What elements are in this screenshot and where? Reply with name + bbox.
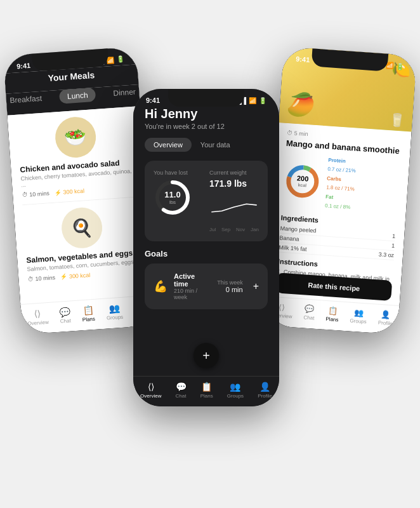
profile-icon-c: 👤 [259, 382, 270, 392]
right-status-icons: ▐▐▐ 📶 🔋 [369, 60, 404, 70]
nutrition-row: 200 kcal Protein 0.7 oz / 21% Carbs 1.8 … [282, 153, 401, 216]
legend-carbs: Carbs 1.8 oz / 71% [326, 174, 355, 194]
tab-breakfast[interactable]: Breakfast [3, 91, 50, 108]
lost-stat: You have lost 11.0 lbs [154, 170, 203, 219]
right-nav-plans[interactable]: 📋 Plans [325, 306, 339, 323]
dashboard-content: Hi Jenny You're in week 2 out of 12 Over… [133, 107, 279, 309]
right-nav-profile[interactable]: 👤 Profile [378, 310, 393, 327]
donut-label: 200 kcal [296, 175, 309, 189]
chat-icon-r: 💬 [305, 305, 315, 314]
center-status-time: 9:41 [146, 97, 160, 104]
profile-icon-r: 👤 [381, 310, 391, 319]
right-nav-groups[interactable]: 👥 Groups [350, 308, 367, 325]
chat-icon-c: 💬 [176, 382, 187, 392]
lost-label: You have lost [154, 170, 203, 176]
dashboard-tabs: Overview Your data [145, 138, 268, 152]
goal-right: This week 0 min [217, 279, 243, 293]
right-phone: 🥭 🍋 🥛 9:41 ▐▐▐ 📶 🔋 ⏱ 5 min Mango and ban… [265, 46, 417, 335]
nav-plans[interactable]: 📋 Plans [81, 305, 95, 323]
groups-icon: 👥 [108, 303, 120, 314]
active-time-icon: 💪 [154, 279, 167, 293]
goals-section: Goals 💪 Active time 210 min / week This … [145, 249, 268, 309]
right-status-time: 9:41 [296, 55, 310, 64]
lost-value: 11.0 [164, 190, 180, 199]
lost-unit: lbs [164, 199, 180, 205]
nav-overview[interactable]: ⟨⟩ Overview [27, 308, 49, 326]
glass-emoji: 🥛 [388, 112, 405, 128]
active-time-card: 💪 Active time 210 min / week This week 0… [145, 264, 268, 309]
overview-icon-c: ⟨⟩ [148, 382, 154, 392]
left-status-icons: ▐▐▐ 📶 🔋 [90, 55, 124, 65]
meal-time-2: ⏱ 10 mins [27, 274, 55, 283]
goals-title: Goals [145, 249, 268, 258]
plans-icon-r: 📋 [327, 306, 338, 316]
tab-your-data[interactable]: Your data [192, 138, 239, 152]
center-nav-overview[interactable]: ⟨⟩ Overview [140, 382, 161, 399]
left-status-time: 9:41 [16, 62, 31, 70]
tab-dinner[interactable]: Dinner [105, 84, 144, 101]
groups-icon-r: 👥 [354, 308, 364, 318]
center-nav-groups[interactable]: 👥 Groups [227, 382, 244, 399]
stats-card: You have lost 11.0 lbs [145, 161, 268, 241]
lightning-icon-2: ⚡ [60, 274, 68, 281]
nav-groups[interactable]: 👥 Groups [105, 303, 123, 321]
legend-protein: Protein 0.7 oz / 21% [327, 156, 357, 177]
chat-icon: 💬 [59, 306, 70, 317]
goal-sub: 210 min / week [174, 288, 211, 300]
smoothie-emoji: 🥭 [285, 90, 316, 119]
center-nav-profile[interactable]: 👤 Profile [258, 382, 272, 399]
fab-button[interactable]: + [194, 343, 219, 368]
center-status-bar: 9:41 ▐▐▐ 📶 🔋 [133, 89, 279, 107]
center-nav-plans[interactable]: 📋 Plans [200, 382, 213, 399]
tab-lunch[interactable]: Lunch [59, 88, 96, 104]
meal-kcal-1: ⚡ 300 kcal [54, 187, 84, 196]
center-status-icons: ▐▐▐ 📶 🔋 [233, 97, 266, 104]
legend-fat: Fat 0.1 oz / 8% [325, 192, 354, 213]
meals-title: Your Meals [48, 70, 95, 83]
chart-labels: Jul Sep Nov Jan [209, 227, 259, 232]
center-phone: 9:41 ▐▐▐ 📶 🔋 Hi Jenny You're in week 2 o… [133, 89, 279, 406]
this-week-val: 0 min [217, 286, 243, 293]
weight-section: Current weight 171.9 lbs Jul Sep Nov Jan [209, 170, 259, 232]
meal-image-2: 🍳 [60, 206, 103, 250]
subtitle-text: You're in week 2 out of 12 [145, 123, 268, 130]
meal-card-2[interactable]: 🍳 Salmon, vegetables and eggs Salmon, to… [13, 197, 152, 290]
plans-icon-c: 📋 [201, 382, 212, 392]
nav-chat[interactable]: 💬 Chat [59, 306, 71, 324]
weight-label: Current weight [209, 170, 259, 176]
greeting-text: Hi Jenny [145, 107, 268, 121]
weight-chart-svg [209, 191, 259, 223]
center-bottom-nav: ⟨⟩ Overview 💬 Chat 📋 Plans 👥 Groups 👤 Pr… [133, 376, 279, 406]
right-nav-chat[interactable]: 💬 Chat [303, 304, 315, 321]
add-goal-button[interactable]: + [253, 281, 259, 292]
overview-icon-r: ⟨⟩ [279, 303, 285, 312]
this-week-label: This week [217, 279, 243, 286]
meal-card-1[interactable]: 🥗 Chicken and avocado salad Chicken, che… [7, 106, 146, 205]
weight-value: 171.9 lbs [209, 178, 259, 189]
meal-kcal-2: ⚡ 300 kcal [60, 272, 91, 280]
nutrition-legend: Protein 0.7 oz / 21% Carbs 1.8 oz / 71% … [325, 156, 357, 213]
overview-icon: ⟨⟩ [34, 309, 41, 319]
center-nav-chat[interactable]: 💬 Chat [176, 382, 187, 399]
goal-info: Active time 210 min / week [174, 272, 211, 300]
ingredients-section: Ingredients Mango peeled 1 Banana 1 Milk… [279, 214, 397, 261]
tab-overview[interactable]: Overview [145, 138, 192, 152]
lightning-icon: ⚡ [54, 189, 62, 196]
goal-name: Active time [174, 272, 211, 288]
nutrition-donut: 200 kcal [282, 161, 323, 202]
meal-time-1: ⏱ 10 mins [22, 190, 49, 198]
groups-icon-c: 👥 [230, 382, 240, 392]
plans-icon: 📋 [82, 305, 94, 316]
clock-icon: ⏱ [22, 192, 28, 199]
clock-icon-2: ⏱ [27, 276, 34, 283]
meal-image-1: 🥗 [54, 116, 97, 159]
